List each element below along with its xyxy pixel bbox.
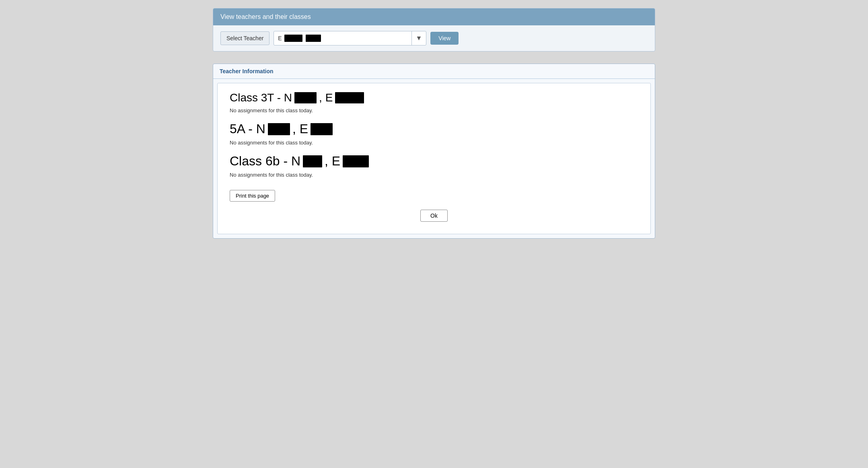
- class-6b-comma: , E: [325, 154, 340, 169]
- teacher-info-body: Class 3T - N , E No assignments for this…: [217, 83, 651, 234]
- print-button[interactable]: Print this page: [230, 190, 275, 202]
- teacher-name-prefix: E: [278, 35, 282, 41]
- class-6b-no-assignments: No assignments for this class today.: [230, 172, 638, 178]
- redacted-name-2: [306, 35, 321, 42]
- ok-button-wrapper: Ok: [230, 202, 638, 226]
- class-6b-prefix: Class 6b - N: [230, 154, 300, 169]
- class-3t-comma: , E: [319, 91, 333, 104]
- class-5a-prefix: 5A - N: [230, 122, 265, 136]
- teacher-select-value: E: [274, 31, 411, 45]
- teacher-select-wrapper[interactable]: E ▼: [274, 31, 426, 45]
- top-panel: View teachers and their classes Select T…: [213, 8, 655, 52]
- select-teacher-label: Select Teacher: [220, 31, 269, 45]
- view-button[interactable]: View: [430, 32, 459, 45]
- redacted-3t-1: [294, 92, 317, 103]
- redacted-6b-2: [343, 155, 369, 167]
- class-3t-prefix: Class 3T - N: [230, 91, 292, 104]
- teacher-info-title: Teacher Information: [220, 68, 274, 74]
- class-3t-title: Class 3T - N , E: [230, 91, 638, 104]
- class-5a-no-assignments: No assignments for this class today.: [230, 140, 638, 146]
- redacted-5a-1: [268, 123, 290, 135]
- page-wrapper: View teachers and their classes Select T…: [213, 8, 655, 239]
- class-6b-title: Class 6b - N , E: [230, 154, 638, 169]
- teacher-info-header: Teacher Information: [213, 64, 655, 79]
- class-section-3t: Class 3T - N , E No assignments for this…: [230, 91, 638, 113]
- class-section-5a: 5A - N , E No assignments for this class…: [230, 122, 638, 146]
- class-5a-title: 5A - N , E: [230, 122, 638, 136]
- redacted-5a-2: [311, 123, 333, 135]
- top-panel-title: View teachers and their classes: [220, 13, 311, 20]
- redacted-6b-1: [303, 155, 322, 167]
- dropdown-arrow-icon[interactable]: ▼: [411, 31, 426, 45]
- ok-button[interactable]: Ok: [420, 210, 448, 222]
- class-3t-no-assignments: No assignments for this class today.: [230, 107, 638, 113]
- redacted-3t-2: [335, 92, 364, 103]
- top-panel-body: Select Teacher E ▼ View: [213, 25, 655, 51]
- teacher-info-panel: Teacher Information Class 3T - N , E No …: [213, 64, 655, 239]
- top-panel-header: View teachers and their classes: [213, 8, 655, 25]
- redacted-name-1: [284, 35, 302, 42]
- class-5a-comma: , E: [292, 122, 308, 136]
- class-section-6b: Class 6b - N , E No assignments for this…: [230, 154, 638, 178]
